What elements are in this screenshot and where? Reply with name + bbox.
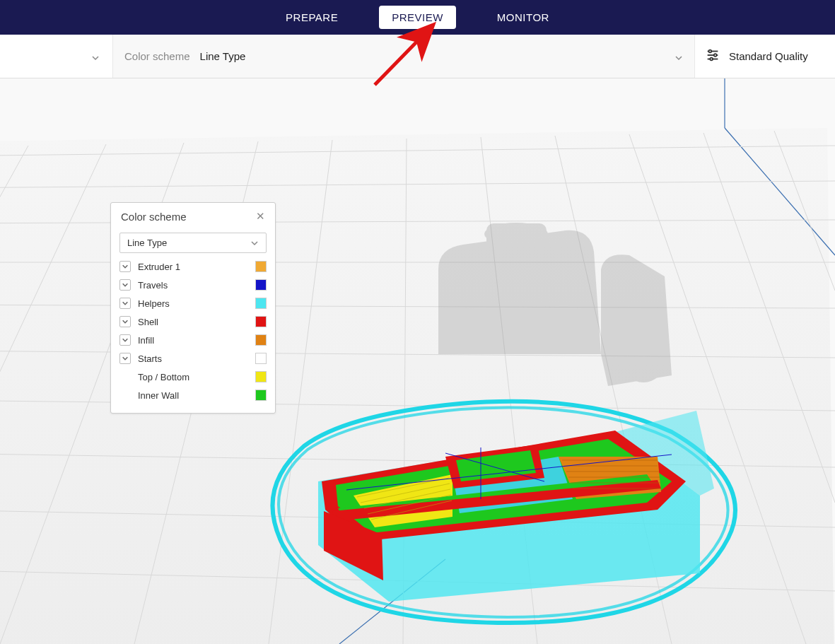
legend-swatch: [255, 390, 267, 401]
legend-swatch: [255, 353, 267, 364]
legend-checkbox[interactable]: [119, 353, 131, 364]
legend-row: Helpers: [119, 294, 267, 312]
panel-select-value: Line Type: [127, 238, 167, 248]
legend-checkbox[interactable]: [119, 316, 131, 327]
legend-checkbox[interactable]: [119, 334, 131, 346]
nav-preview[interactable]: PREVIEW: [379, 6, 456, 29]
secondary-toolbar: Color scheme Line Type Standard Quality: [0, 35, 835, 78]
panel-items: Extruder 1TravelsHelpersShellInfillStart…: [111, 257, 275, 413]
color-scheme-value: Line Type: [200, 50, 246, 62]
legend-swatch: [255, 261, 267, 272]
legend-swatch: [255, 371, 267, 382]
legend-row: Extruder 1: [119, 257, 267, 276]
top-nav: PREPARE PREVIEW MONITOR: [0, 0, 835, 35]
svg-point-5: [710, 57, 713, 60]
toolbar-color-scheme-dropdown[interactable]: Color scheme Line Type: [113, 35, 695, 78]
toolbar-left-dropdown[interactable]: [0, 35, 113, 78]
legend-checkbox[interactable]: [119, 261, 131, 272]
svg-rect-32: [486, 223, 547, 259]
panel-scheme-select[interactable]: Line Type: [119, 233, 267, 253]
legend-swatch: [255, 316, 267, 327]
color-scheme-panel: Color scheme ✕ Line Type Extruder 1Trave…: [110, 202, 276, 414]
legend-row: Inner Wall: [119, 386, 267, 404]
legend-label: Top / Bottom: [138, 372, 248, 382]
legend-label: Starts: [138, 353, 248, 364]
legend-swatch: [255, 298, 267, 309]
svg-point-3: [709, 49, 712, 52]
nav-prepare[interactable]: PREPARE: [273, 6, 351, 29]
legend-row: Infill: [119, 331, 267, 349]
legend-label: Helpers: [138, 298, 248, 309]
legend-row: Shell: [119, 312, 267, 331]
chevron-down-icon: [250, 239, 259, 247]
svg-point-4: [714, 54, 717, 57]
legend-row: Travels: [119, 276, 267, 294]
3d-viewport[interactable]: Color scheme ✕ Line Type Extruder 1Trave…: [0, 78, 835, 644]
legend-row: Top / Bottom: [119, 368, 267, 386]
chevron-down-icon: [91, 52, 100, 61]
legend-checkbox[interactable]: [119, 279, 131, 291]
color-scheme-label: Color scheme: [124, 50, 190, 62]
legend-label: Travels: [138, 280, 248, 291]
chevron-down-icon: [675, 52, 683, 61]
legend-swatch: [255, 334, 267, 346]
close-icon[interactable]: ✕: [256, 210, 265, 223]
sliced-model: [304, 390, 721, 616]
legend-row: Starts: [119, 349, 267, 368]
legend-label: Extruder 1: [138, 262, 248, 272]
quality-label: Standard Quality: [729, 50, 808, 62]
legend-checkbox[interactable]: [119, 298, 131, 309]
legend-label: Shell: [138, 317, 248, 327]
toolbar-quality-dropdown[interactable]: Standard Quality: [695, 35, 835, 78]
legend-label: Infill: [138, 335, 248, 346]
legend-swatch: [255, 279, 267, 291]
nav-monitor[interactable]: MONITOR: [484, 6, 562, 29]
settings-icon: [705, 47, 720, 66]
panel-title: Color scheme: [121, 211, 187, 223]
legend-label: Inner Wall: [138, 390, 248, 401]
